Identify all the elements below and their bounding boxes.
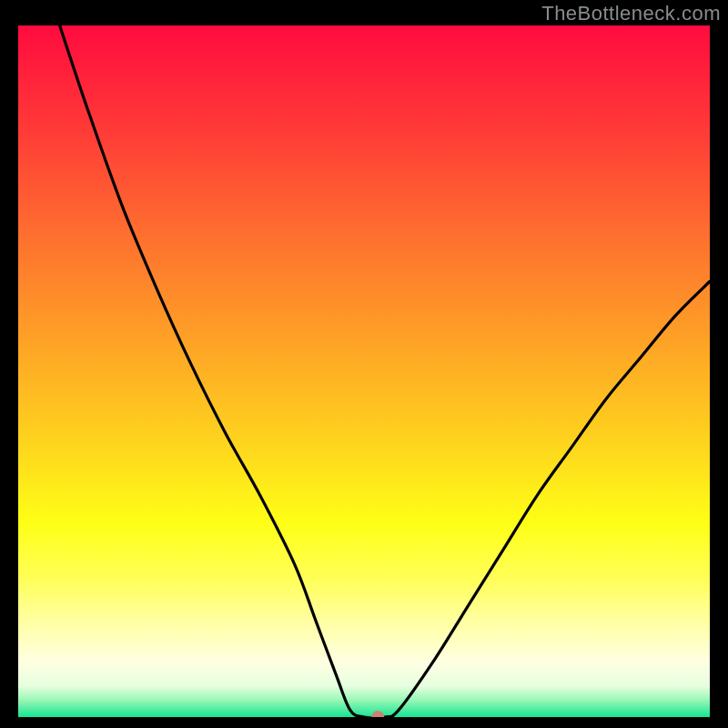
- chart-container: TheBottleneck.com: [0, 0, 728, 728]
- gradient-background: [18, 25, 710, 717]
- chart-svg: [18, 25, 710, 717]
- attribution-text: TheBottleneck.com: [541, 2, 721, 25]
- plot-area: [18, 25, 710, 717]
